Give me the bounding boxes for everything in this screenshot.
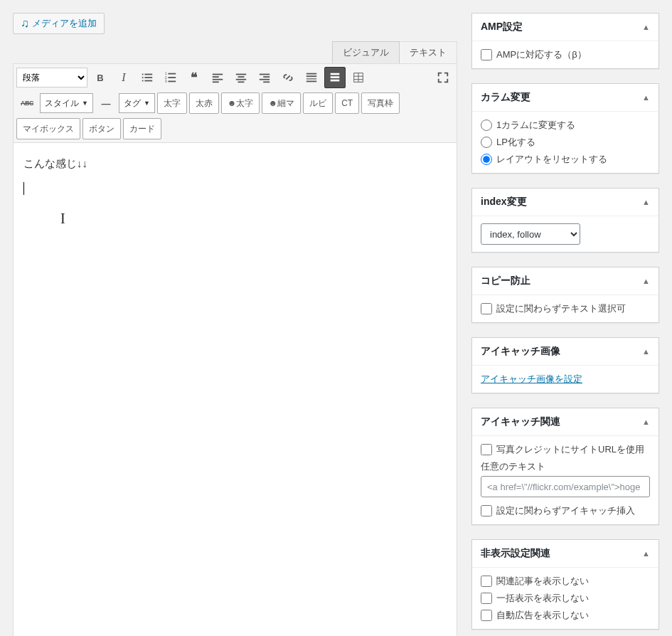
svg-rect-5 — [144, 80, 152, 82]
column-radio-3[interactable] — [481, 154, 492, 165]
format-select[interactable]: 段落 — [16, 68, 87, 88]
align-center-button[interactable] — [230, 67, 252, 88]
editor-content[interactable]: こんな感じ↓↓ I — [13, 143, 457, 636]
set-eyecatch-link[interactable]: アイキャッチ画像を設定 — [481, 373, 582, 384]
hide-related-checkbox[interactable] — [481, 576, 492, 587]
bold-text-button[interactable]: 太字 — [157, 92, 187, 114]
chevron-up-icon: ▲ — [642, 418, 650, 426]
column-radio-2-label[interactable]: LP化する — [481, 136, 650, 149]
strikethrough-button[interactable]: ABC — [16, 92, 38, 114]
svg-rect-15 — [213, 81, 219, 83]
index-select[interactable]: index, follow — [481, 223, 580, 245]
column-radio-3-label[interactable]: レイアウトをリセットする — [481, 153, 650, 166]
fullscreen-button[interactable] — [432, 67, 454, 88]
style-select[interactable]: スタイル▼ — [40, 93, 93, 113]
svg-rect-30 — [331, 80, 340, 82]
panel-eyecatch-image-title: アイキャッチ画像 — [481, 345, 560, 358]
ruby-button[interactable]: ルビ — [303, 92, 333, 114]
ct-button[interactable]: CT — [335, 92, 359, 114]
panel-eyecatch-image: アイキャッチ画像 ▲ アイキャッチ画像を設定 — [471, 337, 659, 393]
mybox-button[interactable]: マイボックス — [16, 118, 80, 139]
panel-hide-header[interactable]: 非表示設定関連 ▲ — [472, 540, 658, 568]
panel-eyecatch-image-header[interactable]: アイキャッチ画像 ▲ — [472, 338, 658, 366]
align-left-button[interactable] — [207, 67, 228, 88]
svg-rect-28 — [331, 73, 340, 75]
content-paragraph: こんな感じ↓↓ — [23, 157, 447, 171]
chevron-up-icon: ▲ — [642, 347, 650, 356]
copy-checkbox-label[interactable]: 設定に関わらずテキスト選択可 — [481, 302, 650, 315]
hide-batch-checkbox[interactable] — [481, 593, 492, 604]
svg-rect-16 — [236, 74, 246, 75]
chevron-up-icon: ▲ — [642, 198, 650, 206]
svg-rect-3 — [144, 77, 152, 78]
panel-copy-header[interactable]: コピー防止 ▲ — [472, 267, 658, 295]
panel-amp-title: AMP設定 — [481, 21, 523, 33]
panel-index-title: index変更 — [481, 196, 527, 208]
text-cursor — [23, 182, 24, 195]
panel-index-header[interactable]: index変更 ▲ — [472, 189, 658, 216]
svg-rect-17 — [238, 76, 245, 78]
panel-index: index変更 ▲ index, follow — [471, 188, 659, 253]
column-radio-1-label[interactable]: 1カラムに変更する — [481, 119, 650, 132]
svg-rect-24 — [306, 73, 316, 75]
svg-rect-26 — [306, 78, 316, 80]
card-button[interactable]: カード — [123, 118, 161, 139]
align-right-button[interactable] — [254, 67, 275, 88]
big-text-button[interactable]: ☻太字 — [221, 92, 260, 114]
svg-rect-25 — [306, 75, 316, 77]
svg-rect-21 — [263, 76, 270, 78]
panel-hide-title: 非表示設定関連 — [481, 547, 550, 560]
hr-button[interactable]: — — [95, 92, 117, 114]
copy-checkbox[interactable] — [481, 303, 492, 314]
hide-ads-checkbox[interactable] — [481, 610, 492, 621]
hide-related-checkbox-label[interactable]: 関連記事を表示しない — [481, 575, 650, 588]
person-icon: ☻ — [228, 98, 237, 108]
svg-rect-11 — [168, 81, 176, 83]
hide-batch-checkbox-label[interactable]: 一括表示を表示しない — [481, 592, 650, 605]
svg-rect-2 — [142, 77, 144, 78]
table-button[interactable] — [348, 67, 369, 88]
add-media-button[interactable]: ♫ メディアを追加 — [13, 13, 105, 34]
column-radio-1[interactable] — [481, 120, 492, 131]
tab-text[interactable]: テキスト — [400, 41, 457, 63]
editor-toolbar: 段落 B I 123 ❝ ABC スタイル▼ — タグ▼ — [13, 63, 457, 143]
insert-more-button[interactable] — [301, 67, 322, 88]
tab-visual[interactable]: ビジュアル — [332, 41, 400, 63]
red-text-button[interactable]: 太赤 — [189, 92, 219, 114]
blockquote-button[interactable]: ❝ — [183, 67, 205, 88]
photo-credit-checkbox-label[interactable]: 写真クレジットにサイトURLを使用 — [481, 443, 650, 456]
button-insert-button[interactable]: ボタン — [82, 118, 121, 139]
force-eyecatch-checkbox[interactable] — [481, 505, 492, 516]
custom-text-input[interactable] — [481, 476, 650, 497]
svg-rect-13 — [213, 76, 219, 78]
force-eyecatch-checkbox-label[interactable]: 設定に関わらずアイキャッチ挿入 — [481, 504, 650, 517]
photo-credit-checkbox[interactable] — [481, 444, 492, 455]
panel-amp-header[interactable]: AMP設定 ▲ — [472, 14, 658, 41]
amp-checkbox[interactable] — [481, 49, 492, 60]
amp-checkbox-label[interactable]: AMPに対応する（β） — [481, 48, 650, 61]
svg-rect-29 — [331, 76, 340, 78]
panel-copy-title: コピー防止 — [481, 275, 530, 287]
panel-copy: コピー防止 ▲ 設定に関わらずテキスト選択可 — [471, 267, 659, 323]
numbered-list-button[interactable]: 123 — [160, 67, 181, 88]
hide-ads-checkbox-label[interactable]: 自動広告を表示しない — [481, 609, 650, 622]
bullet-list-button[interactable] — [137, 67, 158, 88]
ribbon-button[interactable]: ☻細マ — [262, 92, 301, 114]
svg-rect-22 — [260, 79, 270, 80]
svg-rect-23 — [263, 81, 270, 83]
link-button[interactable] — [277, 67, 299, 88]
panel-column-header[interactable]: カラム変更 ▲ — [472, 84, 658, 112]
text-caret-icon: I — [60, 211, 65, 227]
add-media-label: メディアを追加 — [32, 17, 97, 30]
chevron-up-icon: ▲ — [642, 93, 650, 102]
tag-select[interactable]: タグ▼ — [119, 93, 155, 113]
panel-amp: AMP設定 ▲ AMPに対応する（β） — [471, 13, 659, 69]
italic-button[interactable]: I — [113, 67, 134, 88]
panel-eyecatch-related-header[interactable]: アイキャッチ関連 ▲ — [472, 408, 658, 436]
toolbar-toggle-button[interactable] — [324, 67, 346, 88]
svg-rect-19 — [238, 81, 245, 83]
bold-button[interactable]: B — [90, 67, 111, 88]
panel-eyecatch-related: アイキャッチ関連 ▲ 写真クレジットにサイトURLを使用 任意のテキスト 設定に… — [471, 408, 659, 525]
photo-frame-button[interactable]: 写真枠 — [361, 92, 400, 114]
column-radio-2[interactable] — [481, 137, 492, 148]
